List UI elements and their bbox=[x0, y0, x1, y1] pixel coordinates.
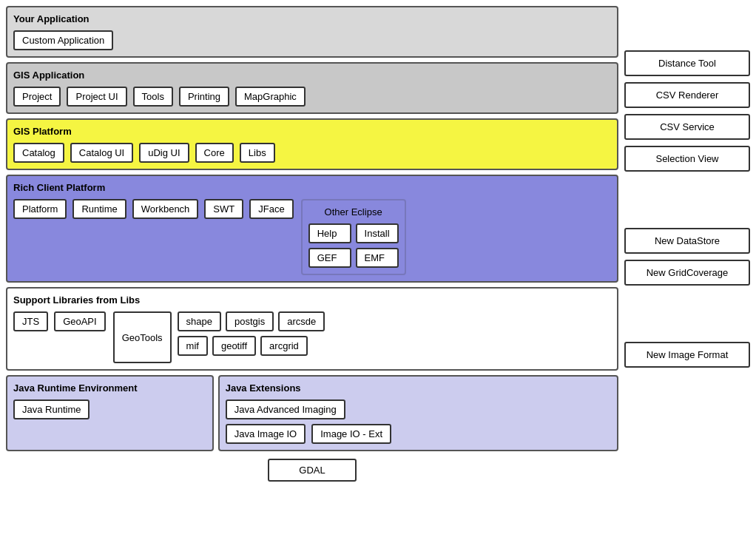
java-runtime-module[interactable]: Java Runtime bbox=[13, 399, 90, 419]
project-module[interactable]: Project bbox=[13, 87, 61, 107]
support-libs-left: JTS GeoAPI bbox=[13, 311, 106, 331]
csv-renderer-button[interactable]: CSV Renderer bbox=[624, 82, 750, 108]
workbench-module[interactable]: Workbench bbox=[132, 199, 199, 219]
gis-platform-label: GIS Platform bbox=[13, 126, 611, 137]
java-image-io-module[interactable]: Java Image IO bbox=[226, 424, 306, 444]
jface-module[interactable]: JFace bbox=[249, 199, 293, 219]
project-ui-module[interactable]: Project UI bbox=[67, 87, 126, 107]
gis-platform-section: GIS Platform Catalog Catalog UI uDig UI … bbox=[6, 118, 618, 170]
rcp-main: Platform Runtime Workbench SWT JFace bbox=[13, 199, 294, 219]
rcp-section: Rich Client Platform Platform Runtime Wo… bbox=[6, 175, 618, 283]
java-row: Java Runtime Environment Java Runtime Ja… bbox=[6, 375, 618, 451]
geotools-group: GeoTools shape postgis arcsde mif geotif… bbox=[113, 311, 325, 363]
custom-application-module[interactable]: Custom Application bbox=[13, 30, 113, 50]
geotools-row1: shape postgis arcsde bbox=[178, 311, 325, 331]
catalog-ui-module[interactable]: Catalog UI bbox=[70, 143, 133, 163]
platform-module[interactable]: Platform bbox=[13, 199, 67, 219]
rcp-label: Rich Client Platform bbox=[13, 182, 611, 193]
gdal-module[interactable]: GDAL bbox=[268, 459, 356, 482]
java-extensions-section: Java Extensions Java Advanced Imaging Ja… bbox=[218, 375, 618, 451]
right-column: Distance Tool CSV Renderer CSV Service S… bbox=[624, 6, 750, 537]
shape-module[interactable]: shape bbox=[178, 311, 221, 331]
support-libs-section: Support Libraries from Libs JTS GeoAPI G… bbox=[6, 287, 618, 371]
other-eclipse-section: Other Eclipse Help Install GEF EMF bbox=[301, 199, 406, 275]
catalog-module[interactable]: Catalog bbox=[13, 143, 64, 163]
selection-view-button[interactable]: Selection View bbox=[624, 146, 750, 172]
java-ext-row2: Java Image IO Image IO - Ext bbox=[226, 424, 611, 444]
image-io-ext-module[interactable]: Image IO - Ext bbox=[311, 424, 391, 444]
geotiff-module[interactable]: geotiff bbox=[212, 336, 256, 356]
left-column: Your Application Custom Application GIS … bbox=[6, 6, 618, 537]
core-module[interactable]: Core bbox=[195, 143, 234, 163]
csv-service-button[interactable]: CSV Service bbox=[624, 114, 750, 140]
geoapi-module[interactable]: GeoAPI bbox=[54, 311, 106, 331]
your-application-label: Your Application bbox=[13, 13, 611, 24]
help-module[interactable]: Help bbox=[308, 223, 351, 243]
java-runtime-label: Java Runtime Environment bbox=[13, 382, 206, 394]
support-libs-label: Support Libraries from Libs bbox=[13, 294, 611, 306]
java-extensions-label: Java Extensions bbox=[226, 382, 611, 394]
geotools-row2: mif geotiff arcgrid bbox=[178, 336, 325, 356]
mif-module[interactable]: mif bbox=[178, 336, 208, 356]
java-ext-inner: Java Advanced Imaging Java Image IO Imag… bbox=[226, 399, 611, 444]
jts-module[interactable]: JTS bbox=[13, 311, 48, 331]
gis-application-section: GIS Application Project Project UI Tools… bbox=[6, 62, 618, 114]
new-image-format-button[interactable]: New Image Format bbox=[624, 342, 750, 368]
main-container: Your Application Custom Application GIS … bbox=[0, 0, 756, 543]
gis-platform-modules: Catalog Catalog UI uDig UI Core Libs bbox=[13, 143, 611, 163]
mapgraphic-module[interactable]: MapGraphic bbox=[235, 87, 306, 107]
emf-module[interactable]: EMF bbox=[356, 248, 399, 268]
runtime-module[interactable]: Runtime bbox=[72, 199, 126, 219]
geotools-module[interactable]: GeoTools bbox=[113, 311, 172, 363]
libs-module[interactable]: Libs bbox=[240, 143, 275, 163]
arcgrid-module[interactable]: arcgrid bbox=[260, 336, 308, 356]
gis-application-label: GIS Application bbox=[13, 70, 611, 81]
install-module[interactable]: Install bbox=[356, 223, 399, 243]
your-application-modules: Custom Application bbox=[13, 30, 611, 50]
gdal-row: GDAL bbox=[6, 459, 618, 482]
rcp-inner: Platform Runtime Workbench SWT JFace Oth… bbox=[13, 199, 611, 275]
new-gridcoverage-button[interactable]: New GridCoverage bbox=[624, 260, 750, 286]
udig-ui-module[interactable]: uDig UI bbox=[139, 143, 189, 163]
distance-tool-button[interactable]: Distance Tool bbox=[624, 50, 750, 76]
printing-module[interactable]: Printing bbox=[179, 87, 229, 107]
your-application-section: Your Application Custom Application bbox=[6, 6, 618, 58]
other-eclipse-grid: Help Install GEF EMF bbox=[308, 223, 399, 268]
arcsde-module[interactable]: arcsde bbox=[278, 311, 325, 331]
new-datastore-button[interactable]: New DataStore bbox=[624, 228, 750, 254]
support-libs-inner: JTS GeoAPI GeoTools shape postgis arcsde… bbox=[13, 311, 611, 363]
java-advanced-imaging-module[interactable]: Java Advanced Imaging bbox=[226, 399, 345, 419]
java-runtime-section: Java Runtime Environment Java Runtime bbox=[6, 375, 214, 451]
rcp-modules: Platform Runtime Workbench SWT JFace bbox=[13, 199, 294, 219]
java-ext-row1: Java Advanced Imaging bbox=[226, 399, 611, 419]
postgis-module[interactable]: postgis bbox=[226, 311, 274, 331]
geotools-sub: shape postgis arcsde mif geotiff arcgrid bbox=[178, 311, 325, 356]
swt-module[interactable]: SWT bbox=[204, 199, 243, 219]
other-eclipse-label: Other Eclipse bbox=[308, 206, 399, 217]
gis-application-modules: Project Project UI Tools Printing MapGra… bbox=[13, 87, 611, 107]
gef-module[interactable]: GEF bbox=[308, 248, 351, 268]
tools-module[interactable]: Tools bbox=[133, 87, 173, 107]
